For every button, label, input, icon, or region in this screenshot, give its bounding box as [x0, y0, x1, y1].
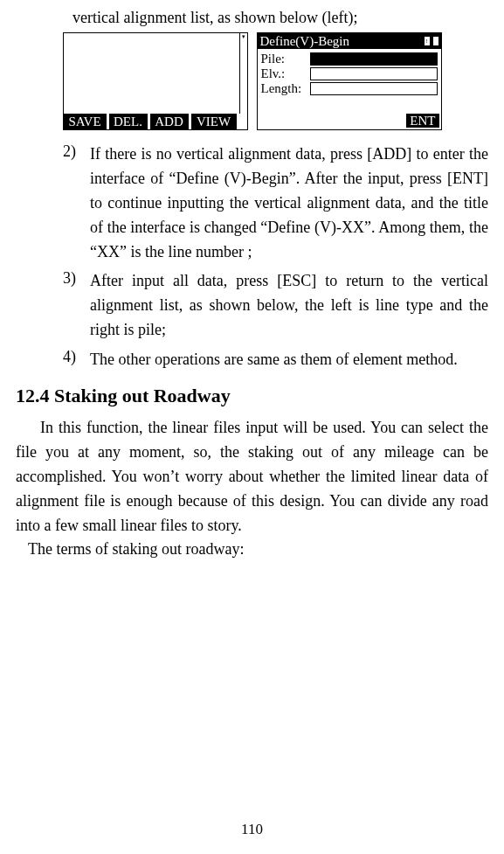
ent-button[interactable]: ENT — [406, 114, 438, 128]
body-paragraph-1: In this function, the linear files input… — [16, 416, 488, 538]
left-button-row: SAVE DEL. ADD VIEW — [64, 114, 247, 129]
list-text: After input all data, press [ESC] to ret… — [90, 269, 488, 343]
length-input[interactable] — [310, 82, 438, 95]
battery-icon — [432, 36, 439, 46]
numbered-list: 2) If there is no vertical alignment dat… — [16, 142, 488, 372]
delete-button[interactable]: DEL. — [109, 114, 148, 129]
section-heading: 12.4 Staking out Roadway — [16, 385, 488, 407]
save-button[interactable]: SAVE — [64, 114, 107, 129]
intro-text: vertical alignment list, as shown below … — [72, 9, 488, 27]
panel-title-bar: Define(V)-Begin ! — [258, 33, 441, 49]
length-row: Length: — [261, 81, 438, 96]
scrollbar[interactable]: ▾ — [239, 33, 247, 114]
screenshot-panels: ▾ SAVE DEL. ADD VIEW Define(V)-Begin ! P… — [16, 32, 488, 130]
pile-row: Pile: — [261, 52, 438, 66]
add-button[interactable]: ADD — [150, 114, 189, 129]
scroll-arrow-icon: ▾ — [240, 33, 247, 40]
page-number: 110 — [0, 821, 504, 838]
list-text: The other operations are same as them of… — [90, 348, 488, 372]
view-button[interactable]: VIEW — [191, 114, 237, 129]
pile-input[interactable] — [310, 52, 438, 66]
elv-row: Elv.: — [261, 66, 438, 81]
elv-label: Elv.: — [261, 66, 310, 81]
list-number: 2) — [16, 142, 90, 264]
left-panel: ▾ SAVE DEL. ADD VIEW — [63, 32, 248, 130]
list-item-2: 2) If there is no vertical alignment dat… — [16, 142, 488, 264]
elv-input[interactable] — [310, 67, 438, 80]
list-number: 4) — [16, 348, 90, 372]
list-number: 3) — [16, 269, 90, 343]
panel-title: Define(V)-Begin — [260, 33, 349, 49]
list-item-3: 3) After input all data, press [ESC] to … — [16, 269, 488, 343]
right-panel: Define(V)-Begin ! Pile: Elv.: Length: EN… — [257, 32, 442, 130]
title-icons: ! — [424, 36, 441, 46]
length-label: Length: — [261, 81, 310, 96]
body-paragraph-2: The terms of staking out roadway: — [16, 538, 488, 562]
list-item-4: 4) The other operations are same as them… — [16, 348, 488, 372]
list-text: If there is no vertical alignment data, … — [90, 142, 488, 264]
field-group: Pile: Elv.: Length: — [258, 49, 441, 96]
status-icon: ! — [424, 36, 431, 46]
pile-label: Pile: — [261, 52, 310, 66]
